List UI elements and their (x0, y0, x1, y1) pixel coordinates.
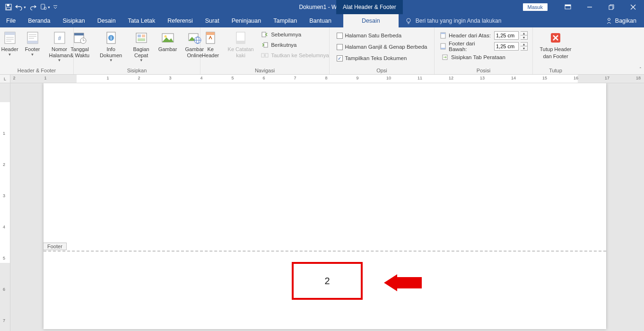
svg-rect-1 (7, 4, 9, 6)
close-button[interactable] (622, 0, 644, 14)
footer-position-icon (439, 43, 447, 50)
undo-icon[interactable]: ▼ (15, 1, 26, 13)
insert-alignment-tab-button[interactable]: Sisipkan Tab Perataan (438, 52, 529, 62)
minimize-button[interactable] (579, 0, 600, 14)
tab-file[interactable]: File (0, 14, 22, 27)
goto-footnote-icon (233, 30, 248, 45)
svg-rect-39 (138, 38, 145, 41)
spinner-footer[interactable]: ▲▼ (521, 42, 528, 51)
group-label-nav: Navigasi (255, 67, 275, 74)
svg-rect-50 (262, 32, 266, 37)
svg-rect-51 (264, 43, 268, 47)
doc-info-icon: i (104, 30, 119, 45)
tab-hf-desain[interactable]: Desain (343, 14, 399, 27)
checkbox-icon (337, 44, 343, 50)
spinner-header[interactable]: ▲▼ (521, 31, 528, 40)
svg-rect-9 (609, 6, 613, 9)
vertical-ruler[interactable]: 1234567 (0, 83, 10, 331)
svg-rect-3 (41, 4, 45, 9)
maximize-button[interactable] (600, 0, 622, 14)
contextual-tab-header-footer: Alat Header & Footer (336, 0, 403, 14)
tell-me-placeholder: Beri tahu yang ingin Anda lakukan (416, 17, 501, 24)
footer-icon (25, 30, 40, 45)
nav-next-button[interactable]: Berikutnya (258, 40, 332, 50)
horizontal-ruler[interactable]: 12345678910111213141516171812 (10, 75, 644, 83)
document-info-button[interactable]: i Info Dokumen▼ (95, 28, 127, 63)
next-icon (261, 41, 269, 49)
quick-parts-button[interactable]: Bagian Cepat▼ (128, 28, 155, 63)
footer-separator (44, 251, 606, 252)
header-icon (2, 30, 17, 45)
opt-show-doc-text[interactable]: ✓Tampilkan Teks Dokumen (334, 53, 430, 63)
lightbulb-icon (405, 17, 412, 24)
picture-button[interactable]: Gambar (156, 28, 180, 53)
svg-rect-58 (441, 48, 445, 49)
checkbox-icon (337, 33, 343, 39)
svg-point-41 (164, 35, 166, 38)
tab-surat[interactable]: Surat (199, 14, 226, 27)
footer-from-bottom-label: Footer dari Bawah: (449, 41, 492, 52)
tab-bantuan[interactable]: Bantuan (303, 14, 338, 27)
svg-rect-38 (142, 35, 145, 37)
close-x-icon (548, 30, 563, 45)
svg-point-15 (608, 18, 610, 21)
header-position-icon (439, 32, 447, 39)
svg-rect-47 (206, 32, 215, 35)
svg-rect-2 (7, 8, 11, 9)
picture-icon (160, 30, 175, 45)
header-from-top-label: Header dari Atas: (449, 33, 492, 38)
tab-tampilan[interactable]: Tampilan (267, 14, 303, 27)
svg-rect-22 (27, 41, 38, 44)
tab-peninjauan[interactable]: Peninjauan (226, 14, 268, 27)
share-icon (606, 17, 612, 24)
link-icon (261, 52, 269, 59)
page-number-icon: # (52, 30, 67, 45)
tab-referensi[interactable]: Referensi (161, 14, 199, 27)
header-button[interactable]: Header▼ (0, 28, 21, 58)
tell-me-search[interactable]: Beri tahu yang ingin Anda lakukan (399, 14, 598, 27)
document-canvas[interactable]: Footer 2 (10, 83, 644, 331)
tab-tataletak[interactable]: Tata Letak (122, 14, 162, 27)
svg-text:i: i (110, 35, 112, 41)
header-from-top-input[interactable] (494, 31, 519, 40)
quick-parts-icon (134, 30, 149, 45)
goto-header-icon (203, 30, 218, 45)
svg-point-12 (407, 18, 410, 22)
close-header-footer-button[interactable]: Tutup Header dan Footer (535, 28, 576, 60)
annotation-arrow-icon (384, 274, 422, 291)
goto-header-button[interactable]: Ke Header (198, 28, 223, 59)
link-previous-button: Tautkan ke Sebelumnya (258, 50, 332, 61)
collapse-ribbon-button[interactable]: ˆ (640, 67, 641, 72)
save-icon[interactable] (3, 1, 14, 13)
qat-customize-icon[interactable] (52, 1, 59, 13)
svg-rect-56 (441, 33, 445, 34)
tab-icon (441, 53, 449, 61)
signin-button[interactable]: Masuk (523, 3, 548, 11)
redo-icon[interactable] (27, 1, 39, 13)
opt-first-page-different[interactable]: Halaman Satu Berbeda (334, 30, 430, 41)
svg-rect-37 (138, 35, 141, 37)
svg-rect-7 (565, 5, 571, 6)
share-button[interactable]: Bagikan (598, 14, 644, 27)
annotation-highlight-box: 2 (292, 262, 363, 300)
ribbon-display-icon[interactable] (557, 0, 579, 14)
svg-rect-49 (236, 41, 245, 44)
footer-from-bottom-input[interactable] (494, 42, 519, 51)
tab-beranda[interactable]: Beranda (22, 14, 56, 27)
group-label-opsi: Opsi (376, 67, 387, 74)
date-time-button[interactable]: Tanggal & Waktu (66, 28, 94, 59)
previous-icon (261, 31, 269, 38)
ruler-tab-selector[interactable]: L (0, 75, 10, 83)
opt-odd-even-different[interactable]: Halaman Ganjil & Genap Berbeda (334, 42, 430, 52)
document-page[interactable]: Footer 2 (44, 83, 606, 329)
footer-tag-label: Footer (43, 243, 67, 250)
tab-sisipkan[interactable]: Sisipkan (56, 14, 91, 27)
svg-point-4 (44, 7, 46, 9)
tab-desain[interactable]: Desain (91, 14, 122, 27)
svg-text:#: # (58, 35, 61, 42)
checkbox-checked-icon: ✓ (337, 55, 343, 61)
nav-previous-button[interactable]: Sebelumnya (258, 29, 332, 40)
page-number-value: 2 (324, 276, 330, 287)
touch-mode-icon[interactable]: ▼ (40, 1, 51, 13)
footer-button[interactable]: Footer▼ (22, 28, 43, 58)
